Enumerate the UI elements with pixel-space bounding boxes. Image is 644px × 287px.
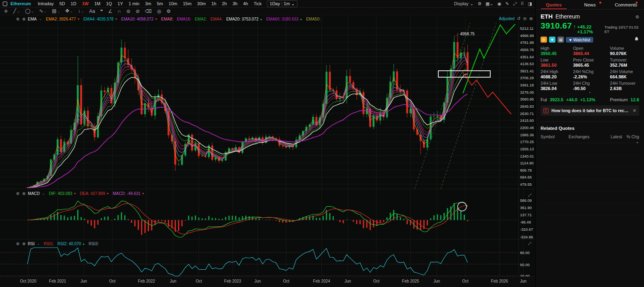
stat-cell: Open3865.44 (573, 46, 607, 56)
text-tool-icon[interactable]: Aa (89, 8, 95, 15)
angle-tool-icon[interactable]: ∠ (108, 8, 113, 15)
timeframe-1-min[interactable]: 1 min (126, 1, 142, 6)
hide-drawings-icon[interactable]: ⊘ (136, 8, 140, 15)
ema-name[interactable]: EMA (28, 17, 37, 21)
coin-badge-icon[interactable]: Ð (541, 37, 547, 43)
timeframe-1y[interactable]: 1Y (115, 1, 126, 6)
timeframe-1d[interactable]: 1D (68, 1, 79, 6)
time-axis[interactable]: Oct 2020Feb 2021JunOctFeb 2022JunOctFeb … (0, 277, 535, 287)
timeframe-4h[interactable]: 4h (240, 1, 251, 6)
trendline-icon[interactable]: ╱⌄ (13, 7, 20, 15)
futures-label: Fut (541, 97, 547, 102)
ema-settings-icon[interactable]: ⚙ (16, 17, 20, 21)
time-axis-label: Oct 2020 (20, 279, 37, 283)
layers-tool-icon[interactable]: ⊜ (126, 8, 130, 15)
macd-name[interactable]: MACD (28, 191, 39, 196)
drawing-settings-icon[interactable]: ⚙ (167, 8, 171, 15)
timeframe-15m[interactable]: 15m (180, 1, 194, 6)
app-logo-icon[interactable] (3, 2, 7, 6)
watchlist-button[interactable]: ♥Watchlist (566, 37, 593, 43)
ema-values: EMA2:3926.477▼EMA4:4035.578▼EMA10:4058.0… (46, 17, 324, 21)
price-axis-label: 694.66 (520, 175, 532, 179)
collapse-stats-chevron[interactable]: ⌃ (541, 92, 639, 96)
price-chart-canvas[interactable]: 4958.75 (0, 15, 535, 277)
quote-panel: QuotesNewsComments ETH Ethereum ⚙ 3910.6… (535, 0, 644, 287)
timeframe-3h[interactable]: 3h (230, 1, 240, 6)
rsi-expand-icon[interactable]: ⤢ (528, 241, 531, 246)
rsi-name[interactable]: RSI (28, 242, 35, 246)
timeframe-1q[interactable]: 1Q (103, 1, 115, 6)
arrow-marker-icon[interactable]: ↓⌄ (78, 7, 84, 15)
tab-news[interactable]: News (572, 0, 608, 9)
timeframe-1m[interactable]: 1M (91, 1, 103, 6)
delete-drawings-icon[interactable]: ⌫ (145, 8, 152, 15)
macd-axis-label: -310.67 (520, 227, 533, 232)
move-icon[interactable]: ✛ (4, 8, 8, 15)
related-col-%[interactable]: % Chg ⌄ (622, 134, 639, 143)
zoom-out-icon[interactable]: ⊖ (523, 16, 527, 21)
stat-cell: Prev Close3865.45 (573, 57, 607, 68)
comment-tool-icon[interactable]: ❝ (100, 8, 103, 15)
quote-settings-icon[interactable]: ⚙ (635, 14, 639, 20)
magnet-tool-icon[interactable]: ∩ (118, 8, 121, 15)
related-quotes-title: Related Quotes (541, 121, 639, 131)
related-col-latest[interactable]: Latest (603, 134, 622, 143)
related-empty-row (541, 167, 639, 179)
rsi-settings-icon[interactable]: ⚙ (16, 242, 20, 246)
time-axis-label: Jun (520, 279, 526, 283)
macd-close-icon[interactable]: ⊗ (22, 191, 25, 196)
timeframe-5m[interactable]: 5m (154, 1, 166, 6)
timeframe-3m[interactable]: 3m (142, 1, 154, 6)
price-change-pct: +1.17% (577, 29, 593, 34)
adjusted-label[interactable]: Adjusted (499, 16, 514, 21)
edit-pencil-icon[interactable]: ✎ (506, 1, 509, 6)
ema-chevron-icon[interactable]: ⌄ (39, 17, 42, 21)
position-icon[interactable]: ✥⌄ (65, 7, 73, 15)
timeframe-10m[interactable]: 10m (166, 1, 180, 6)
macd-chevron-icon[interactable]: ⌄ (42, 192, 45, 195)
fullscreen-icon[interactable]: ⤢ (513, 1, 517, 6)
price-axis[interactable]: 5212.114996.994781.884566.764351.644136.… (518, 15, 535, 277)
timeframe-1w[interactable]: 1W (79, 1, 92, 6)
indicator-value: EMA4: (211, 17, 223, 21)
news-banner[interactable]: How long does it take for BTC to recover… (541, 105, 639, 116)
timeframe-2h[interactable]: 2h (219, 1, 230, 6)
compare-tool-icon[interactable]: ◎ (157, 8, 161, 15)
wave-pattern-icon[interactable]: ∿⌄ (39, 7, 47, 15)
undo-icon[interactable]: ↺ (517, 16, 520, 21)
ema-close-icon[interactable]: ⊗ (22, 17, 25, 21)
rsi-chevron-icon[interactable]: ⌄ (37, 242, 40, 246)
tag-badge-icon[interactable]: ⬥ (549, 37, 555, 43)
widgets-grid-icon[interactable]: ⠿ (521, 1, 524, 6)
alert-bell-icon[interactable] (634, 37, 639, 43)
symbol-label[interactable]: Ethereum (10, 1, 31, 6)
timeframe-1h[interactable]: 1h (208, 1, 219, 6)
rsi-close-icon[interactable]: ⊗ (22, 242, 25, 246)
news-banner-close-icon[interactable]: ✕ (633, 108, 636, 113)
stat-label: Volume (610, 46, 639, 51)
timeframe-tick[interactable]: Tick (251, 1, 264, 6)
chart-settings-icon[interactable]: ⚙ (477, 1, 481, 6)
macd-settings-icon[interactable]: ⚙ (16, 191, 20, 196)
zoom-in-icon[interactable]: ⊕ (529, 16, 533, 21)
timeframe-30m[interactable]: 30m (194, 1, 208, 6)
indicator-value: EMA20:3753.072▲ (226, 17, 262, 21)
stat-label: Open (573, 46, 607, 51)
premium-label: Premium (610, 97, 628, 102)
shapes-icon[interactable]: ◯⌄ (25, 7, 34, 15)
right-panel-toggle-icon[interactable]: ◨ (528, 1, 532, 6)
timeframe-intraday[interactable]: Intraday (35, 1, 57, 6)
timeframe-5d[interactable]: 5D (57, 1, 68, 6)
chart-layout-icon[interactable]: ▦⌄ (485, 1, 493, 6)
annotation-icon[interactable]: ▤⌄ (52, 7, 60, 15)
macd-expand-icon[interactable]: ⤢ (528, 193, 531, 198)
price-axis-label: 4136.53 (520, 62, 534, 66)
unread-dot (636, 2, 638, 4)
tab-quotes[interactable]: Quotes (536, 0, 572, 9)
screenshot-camera-icon[interactable]: ◉ (497, 1, 502, 6)
rsi-line (27, 248, 468, 276)
display-dropdown[interactable]: Display ⌄ (454, 1, 473, 6)
bookmark-badge-icon[interactable]: ▤ (557, 37, 564, 43)
tab-comments[interactable]: Comments (608, 0, 644, 9)
interval-selector[interactable]: 1Day : 1m ⌄ (267, 0, 297, 7)
